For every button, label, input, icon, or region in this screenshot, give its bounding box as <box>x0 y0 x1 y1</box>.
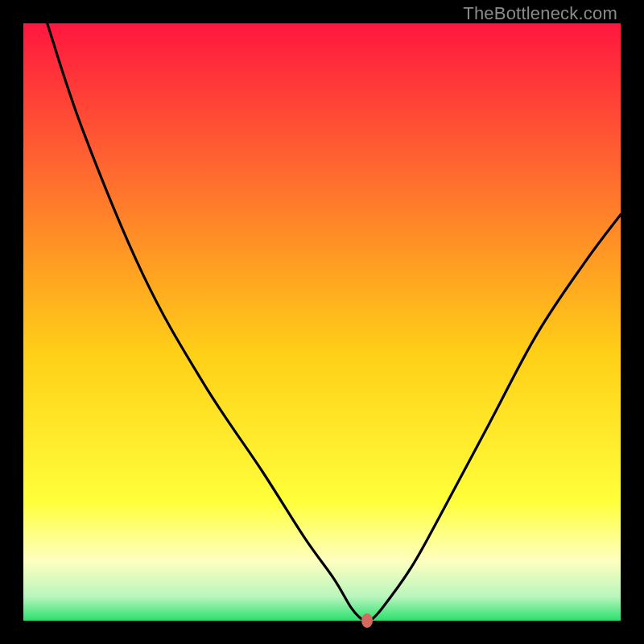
chart-frame: TheBottleneck.com <box>0 0 644 644</box>
bottleneck-curve <box>23 23 621 621</box>
optimal-marker <box>361 613 373 628</box>
watermark-text: TheBottleneck.com <box>463 3 617 24</box>
